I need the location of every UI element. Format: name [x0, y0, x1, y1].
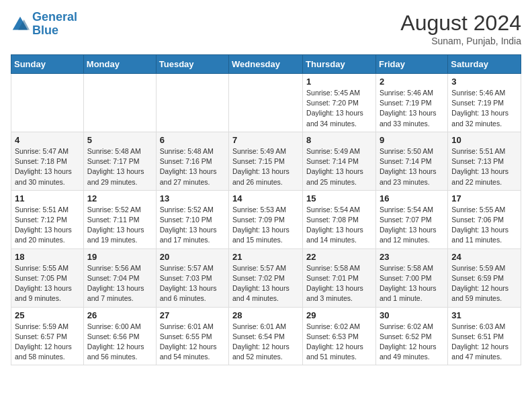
day-info: Sunrise: 5:55 AMSunset: 7:06 PMDaylight:…	[451, 205, 517, 246]
calendar-cell: 27Sunrise: 6:01 AMSunset: 6:55 PMDayligh…	[156, 307, 228, 365]
calendar-cell: 18Sunrise: 5:55 AMSunset: 7:05 PMDayligh…	[11, 248, 84, 307]
day-header-thursday: Thursday	[303, 55, 376, 74]
day-number: 4	[15, 135, 80, 145]
day-number: 20	[160, 252, 225, 262]
day-info: Sunrise: 5:46 AMSunset: 7:19 PMDaylight:…	[380, 88, 444, 129]
day-info: Sunrise: 6:00 AMSunset: 6:56 PMDaylight:…	[87, 322, 152, 363]
day-info: Sunrise: 5:49 AMSunset: 7:14 PMDaylight:…	[306, 146, 372, 187]
day-header-friday: Friday	[375, 55, 447, 74]
day-info: Sunrise: 5:55 AMSunset: 7:05 PMDaylight:…	[15, 263, 80, 304]
day-info: Sunrise: 6:03 AMSunset: 6:51 PMDaylight:…	[451, 322, 517, 363]
calendar-cell: 25Sunrise: 5:59 AMSunset: 6:57 PMDayligh…	[11, 307, 84, 365]
calendar-cell	[83, 74, 156, 132]
day-info: Sunrise: 6:01 AMSunset: 6:55 PMDaylight:…	[160, 322, 225, 363]
day-number: 27	[160, 310, 225, 320]
day-number: 13	[160, 193, 225, 203]
calendar-cell	[229, 74, 303, 132]
day-info: Sunrise: 5:54 AMSunset: 7:07 PMDaylight:…	[380, 205, 444, 246]
calendar-cell: 26Sunrise: 6:00 AMSunset: 6:56 PMDayligh…	[83, 307, 156, 365]
day-info: Sunrise: 5:53 AMSunset: 7:09 PMDaylight:…	[232, 205, 299, 246]
day-number: 5	[87, 135, 152, 145]
calendar-week-row: 4Sunrise: 5:47 AMSunset: 7:18 PMDaylight…	[11, 132, 521, 190]
calendar-week-row: 1Sunrise: 5:45 AMSunset: 7:20 PMDaylight…	[11, 74, 521, 132]
day-number: 1	[306, 77, 372, 87]
day-number: 18	[15, 252, 80, 262]
day-info: Sunrise: 6:02 AMSunset: 6:53 PMDaylight:…	[306, 322, 372, 363]
calendar-cell: 28Sunrise: 6:01 AMSunset: 6:54 PMDayligh…	[229, 307, 303, 365]
day-info: Sunrise: 6:01 AMSunset: 6:54 PMDaylight:…	[232, 322, 299, 363]
logo-general: General	[32, 10, 77, 24]
logo-blue: Blue	[32, 24, 58, 37]
calendar-cell: 5Sunrise: 5:48 AMSunset: 7:17 PMDaylight…	[83, 132, 156, 190]
calendar-week-row: 11Sunrise: 5:51 AMSunset: 7:12 PMDayligh…	[11, 190, 521, 248]
calendar-cell	[156, 74, 228, 132]
calendar-cell: 1Sunrise: 5:45 AMSunset: 7:20 PMDaylight…	[303, 74, 376, 132]
day-info: Sunrise: 5:56 AMSunset: 7:04 PMDaylight:…	[87, 263, 152, 304]
day-number: 30	[380, 310, 444, 320]
calendar-cell: 4Sunrise: 5:47 AMSunset: 7:18 PMDaylight…	[11, 132, 84, 190]
day-number: 16	[380, 193, 444, 203]
calendar-week-row: 25Sunrise: 5:59 AMSunset: 6:57 PMDayligh…	[11, 307, 521, 365]
day-number: 8	[306, 135, 372, 145]
calendar-cell: 16Sunrise: 5:54 AMSunset: 7:07 PMDayligh…	[375, 190, 447, 248]
calendar-cell: 3Sunrise: 5:46 AMSunset: 7:19 PMDaylight…	[448, 74, 521, 132]
day-info: Sunrise: 5:48 AMSunset: 7:16 PMDaylight:…	[160, 146, 225, 187]
day-info: Sunrise: 5:51 AMSunset: 7:13 PMDaylight:…	[451, 146, 517, 187]
day-number: 21	[232, 252, 299, 262]
day-info: Sunrise: 5:51 AMSunset: 7:12 PMDaylight:…	[15, 205, 80, 246]
calendar-cell: 20Sunrise: 5:57 AMSunset: 7:03 PMDayligh…	[156, 248, 228, 307]
calendar-cell: 30Sunrise: 6:02 AMSunset: 6:52 PMDayligh…	[375, 307, 447, 365]
day-info: Sunrise: 5:59 AMSunset: 6:57 PMDaylight:…	[15, 322, 80, 363]
day-number: 22	[306, 252, 372, 262]
day-header-wednesday: Wednesday	[229, 55, 303, 74]
day-number: 25	[15, 310, 80, 320]
day-info: Sunrise: 5:46 AMSunset: 7:19 PMDaylight:…	[451, 88, 517, 129]
day-number: 19	[87, 252, 152, 262]
day-info: Sunrise: 5:49 AMSunset: 7:15 PMDaylight:…	[232, 146, 299, 187]
calendar-cell: 21Sunrise: 5:57 AMSunset: 7:02 PMDayligh…	[229, 248, 303, 307]
calendar-cell: 31Sunrise: 6:03 AMSunset: 6:51 PMDayligh…	[448, 307, 521, 365]
day-number: 6	[160, 135, 225, 145]
calendar-table: SundayMondayTuesdayWednesdayThursdayFrid…	[11, 54, 521, 365]
calendar-cell: 17Sunrise: 5:55 AMSunset: 7:06 PMDayligh…	[448, 190, 521, 248]
day-number: 23	[380, 252, 444, 262]
day-number: 7	[232, 135, 299, 145]
day-number: 31	[451, 310, 517, 320]
day-info: Sunrise: 5:59 AMSunset: 6:59 PMDaylight:…	[451, 263, 517, 304]
calendar-cell: 22Sunrise: 5:58 AMSunset: 7:01 PMDayligh…	[303, 248, 376, 307]
calendar-cell: 13Sunrise: 5:52 AMSunset: 7:10 PMDayligh…	[156, 190, 228, 248]
calendar-cell: 2Sunrise: 5:46 AMSunset: 7:19 PMDaylight…	[375, 74, 447, 132]
calendar-cell	[11, 74, 84, 132]
calendar-cell: 8Sunrise: 5:49 AMSunset: 7:14 PMDaylight…	[303, 132, 376, 190]
day-info: Sunrise: 5:54 AMSunset: 7:08 PMDaylight:…	[306, 205, 372, 246]
day-number: 11	[15, 193, 80, 203]
day-info: Sunrise: 5:58 AMSunset: 7:01 PMDaylight:…	[306, 263, 372, 304]
calendar-cell: 19Sunrise: 5:56 AMSunset: 7:04 PMDayligh…	[83, 248, 156, 307]
calendar-cell: 15Sunrise: 5:54 AMSunset: 7:08 PMDayligh…	[303, 190, 376, 248]
month-year-title: August 2024	[400, 11, 521, 36]
calendar-cell: 23Sunrise: 5:58 AMSunset: 7:00 PMDayligh…	[375, 248, 447, 307]
calendar-week-row: 18Sunrise: 5:55 AMSunset: 7:05 PMDayligh…	[11, 248, 521, 307]
day-info: Sunrise: 5:58 AMSunset: 7:00 PMDaylight:…	[380, 263, 444, 304]
logo-icon	[11, 15, 30, 34]
day-number: 10	[451, 135, 517, 145]
day-info: Sunrise: 5:52 AMSunset: 7:11 PMDaylight:…	[87, 205, 152, 246]
day-number: 14	[232, 193, 299, 203]
day-info: Sunrise: 5:47 AMSunset: 7:18 PMDaylight:…	[15, 146, 80, 187]
calendar-cell: 29Sunrise: 6:02 AMSunset: 6:53 PMDayligh…	[303, 307, 376, 365]
day-header-monday: Monday	[83, 55, 156, 74]
day-info: Sunrise: 5:50 AMSunset: 7:14 PMDaylight:…	[380, 146, 444, 187]
day-number: 3	[451, 77, 517, 87]
calendar-cell: 14Sunrise: 5:53 AMSunset: 7:09 PMDayligh…	[229, 190, 303, 248]
calendar-cell: 10Sunrise: 5:51 AMSunset: 7:13 PMDayligh…	[448, 132, 521, 190]
day-number: 24	[451, 252, 517, 262]
day-info: Sunrise: 5:52 AMSunset: 7:10 PMDaylight:…	[160, 205, 225, 246]
calendar-header-row: SundayMondayTuesdayWednesdayThursdayFrid…	[11, 55, 521, 74]
day-number: 17	[451, 193, 517, 203]
day-number: 28	[232, 310, 299, 320]
day-header-saturday: Saturday	[448, 55, 521, 74]
day-header-tuesday: Tuesday	[156, 55, 228, 74]
calendar-cell: 6Sunrise: 5:48 AMSunset: 7:16 PMDaylight…	[156, 132, 228, 190]
day-number: 2	[380, 77, 444, 87]
day-number: 26	[87, 310, 152, 320]
